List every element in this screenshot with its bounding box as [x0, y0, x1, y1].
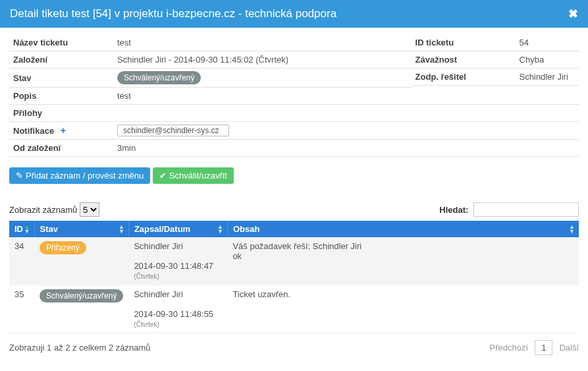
- pager: Předchozí 1 Další: [490, 340, 579, 355]
- cell-zapsal: Schindler Jiri2014-09-30 11:48:55(Čtvrte…: [128, 285, 227, 333]
- sort-icon: ▲▼: [119, 225, 124, 234]
- pager-next[interactable]: Další: [559, 343, 579, 353]
- action-buttons: ✎Přidat záznam / provést změnu ✔Schválit…: [9, 167, 579, 184]
- table-footer: Zobrazuji 1 až 2 z celkem 2 záznamů Před…: [9, 340, 579, 355]
- value-assignee: Schindler Jiri: [520, 72, 579, 82]
- sort-icon: ▲▼: [217, 225, 223, 234]
- records-table: ID ▲▼ Stav ▲▼ Zapsal/Datum ▲▼ Obsah ▲▼: [9, 221, 579, 333]
- status-badge: Schválený/uzavřený: [117, 71, 201, 84]
- label-since: Od založení: [12, 143, 117, 153]
- value-state: Schválený/uzavřený: [117, 71, 412, 84]
- col-header-stav[interactable]: Stav ▲▼: [34, 221, 128, 237]
- value-creation: Schindler Jiri - 2014-09-30 11:45:02 (Čt…: [117, 55, 412, 65]
- sort-icon: ▲▼: [569, 225, 575, 234]
- close-icon[interactable]: ✖: [568, 7, 578, 21]
- search-input[interactable]: [473, 202, 579, 217]
- notify-email-chip[interactable]: schindler@schindler-sys.cz: [117, 125, 229, 136]
- label-description: Popis: [12, 91, 117, 101]
- details-grid: Název ticketu test Založení Schindler Ji…: [9, 34, 579, 88]
- approve-close-button[interactable]: ✔Schválit/uzavřít: [153, 167, 234, 184]
- pager-prev[interactable]: Předchozí: [490, 343, 529, 353]
- value-since: 3min: [117, 143, 579, 153]
- label-notify: Notifikace +: [12, 125, 117, 136]
- add-notify-icon[interactable]: +: [61, 125, 66, 136]
- col-header-id[interactable]: ID ▲▼: [9, 221, 34, 237]
- cell-id: 35: [9, 285, 34, 333]
- modal-title: Detail tiketu test [54] v projektu i-bez…: [10, 7, 336, 20]
- label-state: Stav: [12, 73, 117, 83]
- page-size-label: Zobrazit záznamů: [9, 205, 77, 215]
- cell-zapsal: Schindler Jiri2014-09-30 11:48:47(Čtvrte…: [128, 237, 227, 285]
- label-attachments: Přílohy: [12, 108, 117, 118]
- value-ticket-name: test: [117, 38, 412, 47]
- add-record-button[interactable]: ✎Přidat záznam / provést změnu: [9, 167, 150, 184]
- label-ticket-name: Název ticketu: [12, 38, 117, 47]
- cell-obsah: Ticket uzavřen.: [227, 285, 579, 333]
- records-tbody: 34PřiřazenýSchindler Jiri2014-09-30 11:4…: [9, 237, 579, 333]
- table-info: Zobrazuji 1 až 2 z celkem 2 záznamů: [9, 343, 151, 353]
- col-header-zapsal[interactable]: Zapsal/Datum ▲▼: [128, 221, 227, 237]
- pencil-icon: ✎: [16, 171, 23, 181]
- value-severity: Chyba: [520, 55, 579, 65]
- table-row[interactable]: 34PřiřazenýSchindler Jiri2014-09-30 11:4…: [9, 237, 579, 285]
- value-ticket-id: 54: [520, 38, 579, 47]
- cell-stav: Přiřazený: [34, 237, 128, 285]
- label-severity: Závažnost: [414, 55, 520, 65]
- table-controls: Zobrazit záznamů 5 Hledat:: [9, 202, 579, 217]
- page-size-select[interactable]: 5: [80, 202, 99, 217]
- label-ticket-id: ID ticketu: [414, 38, 520, 47]
- value-notify: schindler@schindler-sys.cz: [117, 125, 579, 136]
- sort-icon: ▲▼: [24, 225, 30, 234]
- status-badge: Přiřazený: [40, 241, 86, 254]
- cell-obsah: Váš požadavek řeší: Schindler Jiriok: [227, 237, 579, 285]
- label-assignee: Zodp. řešitel: [414, 72, 520, 82]
- search-control: Hledat:: [439, 202, 579, 217]
- value-description: test: [117, 91, 579, 101]
- page-size-control: Zobrazit záznamů 5: [9, 202, 99, 217]
- search-label: Hledat:: [439, 205, 468, 215]
- table-row[interactable]: 35Schválený/uzavřenýSchindler Jiri2014-0…: [9, 285, 579, 333]
- modal-body: Název ticketu test Založení Schindler Ji…: [0, 28, 588, 364]
- cell-stav: Schválený/uzavřený: [34, 285, 128, 333]
- status-badge: Schválený/uzavřený: [40, 289, 123, 302]
- check-icon: ✔: [159, 171, 167, 181]
- ticket-detail-modal: Detail tiketu test [54] v projektu i-bez…: [0, 0, 588, 364]
- pager-page-1[interactable]: 1: [535, 340, 552, 355]
- modal-header: Detail tiketu test [54] v projektu i-bez…: [0, 0, 588, 28]
- cell-id: 34: [9, 237, 34, 285]
- label-creation: Založení: [12, 55, 117, 65]
- col-header-obsah[interactable]: Obsah ▲▼: [227, 221, 579, 237]
